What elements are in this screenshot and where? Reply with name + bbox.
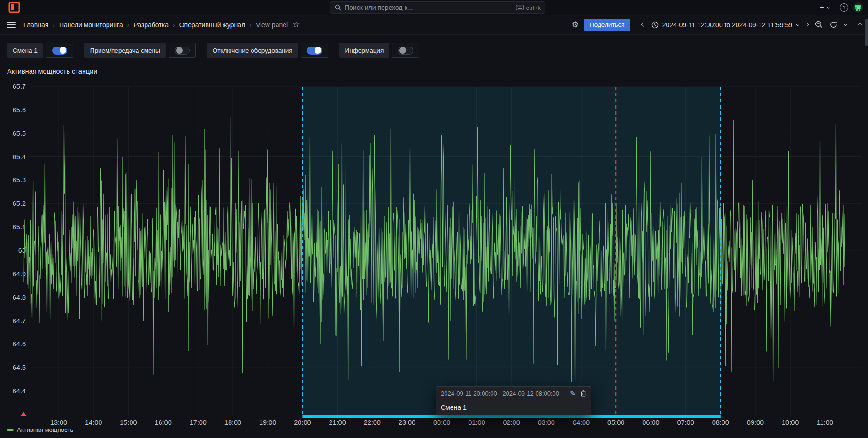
divider	[835, 4, 835, 11]
x-axis-tick-label: 06:00	[642, 419, 659, 426]
zoom-out-icon	[815, 21, 823, 29]
legend-item[interactable]: Активная мощность	[7, 426, 73, 433]
y-axis-tick-label: 65.1	[13, 223, 26, 231]
x-axis-tick-label: 11:00	[817, 419, 833, 426]
y-axis-tick-label: 64.5	[13, 364, 26, 371]
timeseries-chart[interactable]: 65.765.665.565.465.365.265.16564.964.864…	[0, 0, 868, 438]
delete-annotation-icon[interactable]	[580, 390, 586, 397]
x-axis-tick-label: 22:00	[364, 419, 381, 426]
toggle-switch-1[interactable]	[169, 43, 196, 58]
search-icon	[335, 4, 341, 11]
topbar-actions: + ?	[819, 0, 863, 15]
toggle-switch-0[interactable]	[46, 43, 73, 58]
grafana-app: { "topbar": { "search": { "placeholder":…	[0, 0, 868, 438]
keyboard-icon	[516, 5, 524, 10]
collapse-panel-button[interactable]	[859, 23, 861, 26]
y-axis-tick-label: 65.7	[13, 83, 26, 90]
shortcut-label: ctrl+k	[526, 4, 541, 11]
annotation-toggles-row: Смена 1Прием/передача сменыОтключение об…	[0, 35, 868, 58]
annotation-toggle-group-3: Информация	[339, 43, 420, 58]
breadcrumb-separator: ›	[249, 21, 252, 29]
breadcrumb-current: View panel	[256, 21, 288, 29]
x-axis-tick-label: 10:00	[782, 419, 799, 426]
y-axis-tick-label: 64.7	[13, 317, 26, 325]
add-button[interactable]: +	[819, 3, 830, 13]
menu-toggle-button[interactable]	[7, 22, 16, 28]
refresh-button[interactable]	[830, 21, 837, 29]
global-search[interactable]: ctrl+k	[330, 1, 545, 14]
annotation-toggle-group-2: Отключение оборудования	[207, 43, 328, 58]
breadcrumb-item-3[interactable]: Оперативный журнал	[179, 21, 246, 29]
legend-series-swatch	[7, 429, 14, 431]
help-button[interactable]: ?	[840, 3, 848, 12]
x-axis-tick-label: 18:00	[224, 419, 241, 426]
toggle-switch-2[interactable]	[301, 43, 328, 58]
search-input[interactable]	[345, 4, 513, 11]
toggle-switch-3[interactable]	[392, 43, 419, 58]
time-shift-forward-button[interactable]	[806, 23, 808, 26]
y-axis-tick-label: 65.4	[13, 153, 26, 161]
annotation-toggle-group-1: Прием/передача смены	[84, 43, 196, 58]
annotation-time-range: 2024-09-11 20:00:00 - 2024-09-12 08:00:0…	[441, 390, 565, 397]
chevron-down-icon	[827, 5, 830, 8]
y-axis-tick-label: 65.2	[13, 200, 26, 207]
x-axis-tick-label: 13:00	[50, 419, 67, 426]
x-axis-tick-label: 23:00	[399, 419, 415, 426]
breadcrumb: Главная›Панели мониторинга›Разработка›Оп…	[23, 21, 288, 29]
refresh-icon	[830, 21, 837, 29]
scrollbar-thumb[interactable]	[865, 19, 868, 46]
user-avatar[interactable]	[853, 2, 863, 13]
grafana-logo-icon[interactable]	[8, 2, 21, 13]
time-controls: 2024-09-11 12:00:00 to 2024-09-12 11:59:…	[642, 21, 847, 29]
favorite-star-icon[interactable]: ☆	[292, 20, 300, 30]
y-axis-tick-label: 65.3	[13, 176, 26, 184]
time-range-label: 2024-09-11 12:00:00 to 2024-09-12 11:59:…	[662, 21, 792, 29]
x-axis-tick-label: 17:00	[190, 419, 207, 426]
breadcrumb-separator: ›	[53, 21, 55, 29]
nav-bar: Главная›Панели мониторинга›Разработка›Оп…	[0, 15, 868, 35]
search-shortcut: ctrl+k	[516, 4, 541, 11]
breadcrumb-separator: ›	[173, 21, 175, 29]
settings-gear-icon[interactable]: ⚙	[572, 20, 579, 30]
x-axis-tick-label: 09:00	[747, 419, 764, 426]
x-axis-tick-label: 14:00	[85, 419, 102, 426]
x-axis-tick-label: 16:00	[154, 419, 171, 426]
toggle-label-1: Прием/передача смены	[84, 43, 166, 58]
breadcrumb-item-1[interactable]: Панели мониторинга	[59, 21, 123, 29]
toggle-label-2: Отключение оборудования	[207, 43, 298, 58]
x-axis-tick-label: 20:00	[294, 419, 311, 426]
time-shift-back-button[interactable]	[642, 23, 645, 26]
breadcrumb-item-0[interactable]: Главная	[23, 21, 48, 29]
share-button[interactable]: Поделиться	[584, 19, 630, 31]
breadcrumb-item-2[interactable]: Разработка	[133, 21, 169, 29]
annotation-tooltip: 2024-09-11 20:00:00 - 2024-09-12 08:00:0…	[436, 386, 591, 415]
toggle-label-0: Смена 1	[7, 43, 43, 58]
x-axis-tick-label: 02:00	[503, 419, 520, 426]
y-axis-tick-label: 64.6	[13, 340, 26, 348]
panel-title: Активная мощность станции	[7, 68, 97, 75]
annotation-toggle-group-0: Смена 1	[7, 43, 73, 58]
annotation-region-bottom-bar[interactable]	[302, 415, 720, 418]
legend-series-label: Активная мощность	[17, 426, 73, 433]
x-axis-tick-label: 21:00	[329, 419, 346, 426]
divider	[853, 21, 853, 29]
time-range-picker[interactable]: 2024-09-11 12:00:00 to 2024-09-12 11:59:…	[651, 21, 799, 29]
x-axis-tick-label: 15:00	[120, 419, 137, 426]
x-axis-tick-label: 00:00	[433, 419, 450, 426]
breadcrumb-separator: ›	[127, 21, 130, 29]
x-axis-tick-label: 01:00	[468, 419, 485, 426]
y-axis-tick-label: 64.8	[13, 294, 26, 301]
y-axis-tick-label: 65.5	[13, 130, 26, 137]
edit-annotation-icon[interactable]: ✎	[570, 390, 576, 397]
x-axis-tick-label: 04:00	[573, 419, 590, 426]
help-icon: ?	[843, 5, 846, 10]
zoom-out-button[interactable]	[815, 21, 823, 29]
toggle-label-3: Информация	[339, 43, 390, 58]
annotation-marker-icon[interactable]	[20, 412, 27, 416]
refresh-interval-dropdown[interactable]	[844, 23, 847, 26]
top-bar: ctrl+k + ?	[0, 0, 868, 15]
annotation-title: Смена 1	[436, 400, 591, 415]
x-axis-tick-label: 05:00	[607, 419, 624, 426]
clock-icon	[651, 21, 659, 29]
x-axis-tick-label: 19:00	[259, 419, 276, 426]
